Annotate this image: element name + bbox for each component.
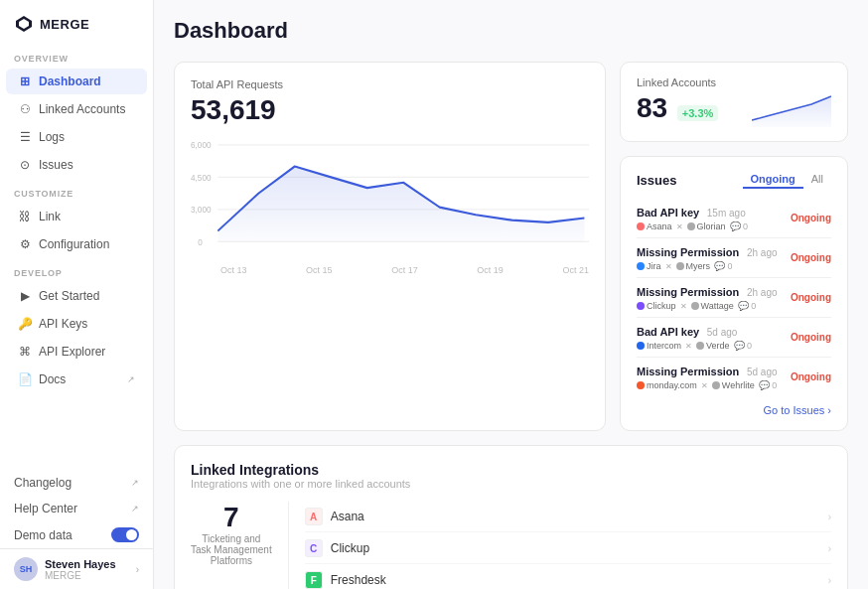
api-chart-area: 6,000 4,500 3,000 0	[191, 134, 589, 263]
integration-name: Clickup	[331, 541, 828, 555]
api-explorer-icon: ⌘	[18, 345, 32, 359]
help-center-label: Help Center	[14, 502, 77, 515]
issue-time: 2h ago	[747, 247, 778, 258]
sidebar-item-linked-accounts[interactable]: ⚇ Linked Accounts	[6, 96, 147, 122]
sidebar: MERGE OVERVIEW ⊞ Dashboard ⚇ Linked Acco…	[0, 0, 154, 589]
linked-accounts-card: Linked Accounts 83 +3.3%	[620, 62, 848, 142]
linked-accounts-icon: ⚇	[18, 102, 32, 116]
tab-all[interactable]: All	[803, 171, 831, 189]
x-label-4: Oct 19	[477, 265, 504, 275]
link-icon: ⛓	[18, 210, 32, 223]
help-external-icon: ↗	[131, 504, 139, 514]
sidebar-item-logs[interactable]: ☰ Logs	[6, 124, 147, 150]
config-icon: ⚙	[18, 237, 32, 251]
integration-name: Asana	[331, 510, 828, 523]
svg-text:6,000: 6,000	[191, 139, 212, 150]
api-chart-svg: 6,000 4,500 3,000 0	[191, 134, 589, 263]
issue-tag: monday.com	[637, 380, 697, 390]
main-content: Dashboard Total API Requests 53,619 6,00…	[154, 0, 868, 589]
linked-mini-chart	[752, 92, 831, 127]
issue-row[interactable]: Bad API key 15m ago Asana ✕ Glorian 💬 0 …	[637, 199, 831, 238]
issue-info: Missing Permission 2h ago Clickup ✕ Watt…	[637, 284, 791, 311]
avatar: SH	[14, 557, 38, 581]
logo: MERGE	[0, 0, 153, 44]
sidebar-item-label: Link	[39, 210, 61, 223]
integrations-header: Linked Integrations Integrations with on…	[191, 462, 831, 490]
integration-logo: A	[305, 508, 323, 525]
logs-icon: ☰	[18, 130, 32, 144]
sidebar-item-docs[interactable]: 📄 Docs ↗	[6, 367, 147, 392]
issue-time: 5d ago	[707, 327, 738, 338]
issue-tag: Verde	[696, 341, 730, 351]
sidebar-item-dashboard[interactable]: ⊞ Dashboard	[6, 69, 147, 94]
issue-tag: Asana	[637, 221, 672, 231]
sidebar-item-configuration[interactable]: ⚙ Configuration	[6, 231, 147, 257]
issue-tag: Myers	[676, 261, 711, 271]
go-to-issues-link[interactable]: Go to Issues ›	[637, 404, 831, 416]
integrations-count: 7 Ticketing andTask ManagementPlatforms	[191, 502, 289, 589]
customize-section-label: CUSTOMIZE	[0, 179, 153, 203]
sidebar-item-get-started[interactable]: ▶ Get Started	[6, 283, 147, 309]
issue-time: 15m ago	[707, 208, 746, 219]
get-started-icon: ▶	[18, 289, 32, 303]
issue-row[interactable]: Bad API key 5d ago Intercom ✕ Verde 💬 0 …	[637, 318, 831, 358]
sidebar-item-api-explorer[interactable]: ⌘ API Explorer	[6, 339, 147, 365]
user-info: Steven Hayes MERGE	[45, 558, 129, 581]
tag-separator: ✕	[680, 302, 687, 311]
issues-header: Issues Ongoing All	[637, 171, 831, 189]
integrations-number: 7	[223, 502, 239, 533]
issue-time: 2h ago	[747, 287, 778, 298]
issue-badge: Ongoing	[791, 332, 831, 343]
user-chevron-icon: ›	[136, 564, 139, 575]
sidebar-item-api-keys[interactable]: 🔑 API Keys	[6, 311, 147, 337]
issue-badge: Ongoing	[791, 252, 831, 263]
issue-title: Missing Permission	[637, 246, 739, 258]
tag-separator: ✕	[701, 381, 708, 390]
external-link-icon: ↗	[127, 374, 135, 384]
issue-tag: Clickup	[637, 301, 676, 311]
issue-row[interactable]: Missing Permission 2h ago Jira ✕ Myers 💬…	[637, 238, 831, 278]
changelog-external-icon: ↗	[131, 478, 139, 488]
issue-tags: Asana ✕ Glorian 💬 0	[637, 221, 791, 231]
issue-tag: Intercom	[637, 341, 681, 351]
tab-ongoing[interactable]: Ongoing	[743, 171, 803, 189]
sidebar-item-demo-data[interactable]: Demo data	[0, 521, 153, 548]
issue-row[interactable]: Missing Permission 5d ago monday.com ✕ W…	[637, 358, 831, 396]
integration-item[interactable]: F Freshdesk ›	[305, 565, 831, 589]
issue-time: 5d ago	[747, 367, 778, 377]
issue-tag: Glorian	[687, 221, 726, 231]
sidebar-item-label: API Explorer	[39, 345, 105, 359]
linked-header: 83 +3.3%	[637, 92, 831, 127]
overview-section-label: OVERVIEW	[0, 44, 153, 68]
comment-tag: 💬 0	[759, 380, 778, 390]
develop-section-label: DEVELOP	[0, 258, 153, 282]
demo-data-toggle[interactable]	[111, 527, 139, 542]
tag-separator: ✕	[685, 342, 692, 351]
integrations-count-label: Ticketing andTask ManagementPlatforms	[191, 533, 272, 566]
x-label-2: Oct 15	[306, 265, 333, 275]
user-profile[interactable]: SH Steven Hayes MERGE ›	[0, 548, 153, 589]
demo-data-label: Demo data	[14, 528, 72, 542]
sidebar-item-issues[interactable]: ⊙ Issues	[6, 152, 147, 178]
issue-tag: Wattage	[691, 301, 734, 311]
sidebar-item-help-center[interactable]: Help Center ↗	[0, 496, 153, 521]
issue-tags: Intercom ✕ Verde 💬 0	[637, 341, 791, 351]
issue-row[interactable]: Missing Permission 2h ago Clickup ✕ Watt…	[637, 278, 831, 318]
integration-item[interactable]: C Clickup ›	[305, 533, 831, 564]
chart-x-labels: Oct 13 Oct 15 Oct 17 Oct 19 Oct 21	[191, 265, 589, 275]
linked-accounts-value: 83	[637, 92, 667, 124]
issue-title: Missing Permission	[637, 366, 739, 377]
sidebar-item-link[interactable]: ⛓ Link	[6, 204, 147, 229]
issue-badge: Ongoing	[791, 371, 831, 382]
sidebar-item-changelog[interactable]: Changelog ↗	[0, 470, 153, 496]
sidebar-item-label: Get Started	[39, 289, 99, 303]
api-requests-card: Total API Requests 53,619 6,000 4,500 3,…	[174, 62, 606, 431]
x-label-5: Oct 21	[562, 265, 589, 275]
user-name: Steven Hayes	[45, 558, 129, 570]
svg-text:3,000: 3,000	[191, 204, 212, 215]
issue-title: Missing Permission	[637, 286, 739, 298]
dashboard-icon: ⊞	[18, 74, 32, 88]
linked-accounts-label: Linked Accounts	[637, 76, 831, 88]
integration-item[interactable]: A Asana ›	[305, 502, 831, 532]
top-cards-row: Total API Requests 53,619 6,000 4,500 3,…	[174, 62, 848, 431]
